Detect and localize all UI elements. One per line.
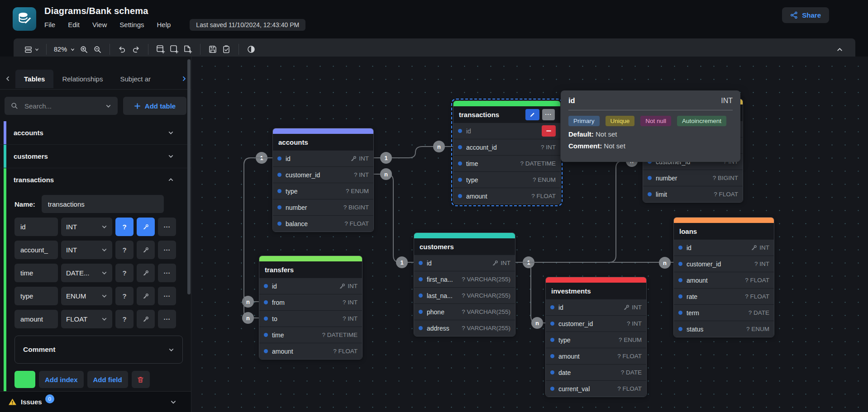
field-name-input[interactable]: id bbox=[14, 218, 58, 236]
table-color-swatch-button[interactable] bbox=[14, 371, 35, 388]
add-note-tool-button[interactable] bbox=[181, 42, 195, 57]
table-field-row[interactable]: idINT bbox=[546, 299, 646, 315]
field-type-select[interactable]: ENUM bbox=[61, 287, 112, 305]
table-field-row[interactable]: account_id? INT bbox=[453, 139, 560, 155]
table-field-row[interactable]: type? ENUM bbox=[453, 171, 560, 188]
relationship-wire[interactable] bbox=[515, 262, 545, 323]
zoom-in-button[interactable] bbox=[77, 42, 91, 57]
tab-relationships[interactable]: Relationships bbox=[53, 70, 111, 88]
table-field-row[interactable]: balance? FLOAT bbox=[273, 215, 373, 232]
table-field-row[interactable]: address? VARCHAR(255) bbox=[414, 320, 515, 336]
table-name-input[interactable] bbox=[42, 195, 164, 213]
nullable-toggle-button[interactable]: ? bbox=[115, 310, 134, 328]
field-name-input[interactable]: time bbox=[14, 264, 58, 282]
table-field-row[interactable]: current_val? FLOAT bbox=[546, 380, 646, 397]
add-field-button[interactable]: Add field bbox=[87, 371, 128, 388]
add-table-tool-button[interactable] bbox=[154, 42, 167, 57]
table-field-row[interactable]: amount? FLOAT bbox=[674, 272, 774, 288]
delete-table-button[interactable] bbox=[132, 371, 150, 388]
table-field-row[interactable]: customer_id? INT bbox=[546, 315, 646, 331]
table-field-row[interactable]: number? BIGINT bbox=[273, 199, 373, 215]
field-more-button[interactable]: ··· bbox=[158, 287, 176, 305]
expand-icon[interactable] bbox=[168, 153, 174, 159]
field-type-select[interactable]: DATE... bbox=[61, 264, 112, 282]
table-field-row[interactable]: first_na...? VARCHAR(255) bbox=[414, 271, 515, 287]
table-field-row[interactable]: status? ENUM bbox=[674, 321, 774, 337]
table-more-button[interactable]: ··· bbox=[542, 109, 555, 120]
add-table-button[interactable]: Add table bbox=[123, 97, 186, 115]
table-field-row[interactable]: customer_id? INT bbox=[273, 166, 373, 183]
table-field-row[interactable]: term? DATE bbox=[674, 304, 774, 321]
table-field-row[interactable]: phone? VARCHAR(255) bbox=[414, 303, 515, 320]
table-field-row[interactable]: amount? FLOAT bbox=[259, 343, 362, 359]
table-field-row[interactable]: type? ENUM bbox=[273, 183, 373, 199]
primary-key-toggle-button[interactable] bbox=[137, 241, 155, 259]
zoom-level-select[interactable]: 82% bbox=[52, 46, 77, 53]
field-type-select[interactable]: INT bbox=[61, 218, 112, 236]
add-area-tool-button[interactable] bbox=[167, 42, 181, 57]
nullable-toggle-button[interactable]: ? bbox=[115, 287, 134, 305]
diagram-table-transactions[interactable]: transactions···idaccount_id? INTtime? DA… bbox=[453, 100, 561, 204]
zoom-out-button[interactable] bbox=[91, 42, 104, 57]
table-field-row[interactable]: time? DATETIME bbox=[259, 327, 362, 343]
table-field-row[interactable]: time? DATETIME bbox=[453, 155, 560, 171]
table-field-row[interactable]: date? DATE bbox=[546, 364, 646, 380]
table-field-row[interactable]: amount? FLOAT bbox=[546, 348, 646, 364]
table-field-row[interactable]: type? ENUM bbox=[546, 331, 646, 348]
field-name-input[interactable]: account_ bbox=[14, 241, 58, 259]
expand-icon[interactable] bbox=[168, 130, 174, 136]
menu-item-settings[interactable]: Settings bbox=[119, 21, 144, 28]
save-button[interactable] bbox=[206, 42, 219, 57]
issues-chevron-icon[interactable] bbox=[170, 399, 176, 405]
field-more-button[interactable]: ··· bbox=[158, 264, 176, 282]
field-type-select[interactable]: INT bbox=[61, 241, 112, 259]
menu-item-edit[interactable]: Edit bbox=[68, 21, 80, 28]
table-field-row[interactable]: number? BIGINT bbox=[643, 170, 743, 186]
table-title-row[interactable]: transfers bbox=[259, 261, 362, 278]
primary-key-toggle-button[interactable] bbox=[137, 218, 155, 236]
table-field-row[interactable]: customer_id? INT bbox=[674, 256, 774, 272]
table-title-row[interactable]: investments bbox=[546, 283, 646, 299]
table-field-row[interactable]: id bbox=[453, 123, 560, 139]
toolbar-collapse-button[interactable] bbox=[833, 42, 846, 57]
field-name-input[interactable]: type bbox=[14, 287, 58, 305]
diagram-canvas[interactable]: 1nn1nn11nnn accountsidINTcustomer_id? IN… bbox=[191, 57, 868, 412]
undo-button[interactable] bbox=[115, 42, 129, 57]
menu-item-view[interactable]: View bbox=[92, 21, 107, 28]
diagram-table-investments[interactable]: investmentsidINTcustomer_id? INTtype? EN… bbox=[545, 277, 647, 397]
table-search[interactable] bbox=[5, 97, 118, 115]
table-field-row[interactable]: idINT bbox=[414, 255, 515, 271]
tab-subject-ar[interactable]: Subject ar bbox=[111, 70, 159, 88]
field-more-button[interactable]: ··· bbox=[158, 310, 176, 328]
table-field-row[interactable]: to? INT bbox=[259, 310, 362, 327]
todo-button[interactable] bbox=[219, 42, 233, 57]
tab-tables[interactable]: Tables bbox=[15, 70, 53, 88]
sidebar-item-customers[interactable]: customers bbox=[6, 145, 191, 168]
nullable-toggle-button[interactable]: ? bbox=[115, 241, 134, 259]
sidebar-scrollbar[interactable] bbox=[187, 59, 191, 294]
table-field-row[interactable]: idINT bbox=[259, 278, 362, 294]
relationship-wire[interactable] bbox=[374, 174, 414, 262]
sidebar-item-transactions[interactable]: transactions bbox=[6, 168, 191, 191]
table-title-row[interactable]: accounts bbox=[273, 134, 373, 150]
table-field-row[interactable]: idINT bbox=[674, 239, 774, 256]
table-title-row[interactable]: loans bbox=[674, 223, 774, 239]
delete-field-button[interactable] bbox=[542, 125, 556, 137]
tabs-scroll-left-icon[interactable] bbox=[5, 76, 11, 82]
table-field-row[interactable]: from? INT bbox=[259, 294, 362, 310]
field-more-button[interactable]: ··· bbox=[158, 218, 176, 236]
redo-button[interactable] bbox=[129, 42, 143, 57]
nullable-toggle-button[interactable]: ? bbox=[115, 264, 134, 282]
menu-item-help[interactable]: Help bbox=[157, 21, 171, 28]
search-caret-icon[interactable] bbox=[105, 103, 111, 109]
primary-key-toggle-button[interactable] bbox=[137, 287, 155, 305]
table-field-row[interactable]: last_na...? VARCHAR(255) bbox=[414, 287, 515, 303]
diagram-table-accounts[interactable]: accountsidINTcustomer_id? INTtype? ENUMn… bbox=[272, 128, 374, 232]
table-title-row[interactable]: transactions··· bbox=[453, 106, 560, 123]
primary-key-toggle-button[interactable] bbox=[137, 264, 155, 282]
table-field-row[interactable]: amount? FLOAT bbox=[453, 188, 560, 204]
nullable-toggle-button[interactable]: ? bbox=[115, 218, 134, 236]
edit-table-button[interactable] bbox=[525, 109, 539, 120]
table-field-row[interactable]: limit? FLOAT bbox=[643, 186, 743, 202]
diagram-table-loans[interactable]: loansidINTcustomer_id? INTamount? FLOATr… bbox=[673, 217, 774, 337]
